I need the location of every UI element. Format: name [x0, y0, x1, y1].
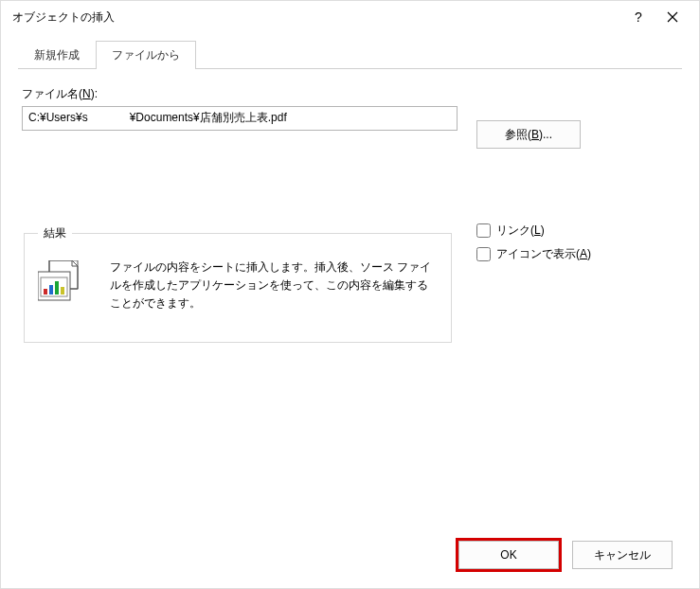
right-column: 参照(B)... リンク(L) アイコンで表示(A)	[476, 86, 678, 270]
result-inner: ファイルの内容をシートに挿入します。挿入後、ソース ファイルを作成したアプリケー…	[38, 259, 438, 313]
dialog-content: 新規作成 ファイルから ファイル名(N): C:¥Users¥s¥Documen…	[1, 33, 699, 535]
svg-rect-4	[49, 285, 53, 294]
filename-label: ファイル名(N):	[22, 86, 458, 102]
ok-button[interactable]: OK	[458, 541, 559, 569]
svg-rect-3	[44, 289, 47, 294]
link-checkbox-row[interactable]: リンク(L)	[476, 223, 678, 239]
result-description: ファイルの内容をシートに挿入します。挿入後、ソース ファイルを作成したアプリケー…	[110, 259, 438, 313]
tab-from-file[interactable]: ファイルから	[96, 41, 196, 69]
tab-create-new[interactable]: 新規作成	[18, 41, 96, 69]
options-group: リンク(L) アイコンで表示(A)	[476, 223, 678, 262]
close-button[interactable]	[655, 4, 690, 30]
result-legend: 結果	[38, 225, 72, 241]
browse-button[interactable]: 参照(B)...	[476, 120, 581, 149]
embedded-object-icon	[38, 260, 89, 302]
display-as-icon-checkbox-row[interactable]: アイコンで表示(A)	[476, 246, 678, 262]
svg-rect-5	[55, 281, 59, 294]
close-icon	[667, 11, 678, 23]
display-as-icon-label: アイコンで表示(A)	[496, 246, 591, 262]
tab-label: ファイルから	[112, 48, 180, 62]
display-as-icon-checkbox[interactable]	[476, 247, 491, 261]
link-label: リンク(L)	[496, 223, 545, 239]
tab-body: ファイル名(N): C:¥Users¥s¥Documents¥店舗別売上表.pd…	[18, 69, 682, 347]
dialog-title: オブジェクトの挿入	[12, 9, 621, 26]
filename-value-pre: C:¥Users¥s	[28, 111, 88, 124]
result-groupbox: 結果 ファイルの内容をシートに挿	[24, 225, 452, 343]
link-checkbox[interactable]	[476, 223, 491, 238]
tab-strip: 新規作成 ファイルから	[18, 41, 682, 69]
dialog-button-row: OK キャンセル	[1, 535, 699, 588]
filename-value-post: ¥Documents¥店舗別売上表.pdf	[130, 111, 287, 124]
filename-input[interactable]: C:¥Users¥s¥Documents¥店舗別売上表.pdf	[22, 106, 458, 131]
help-button[interactable]: ?	[621, 4, 655, 30]
cancel-button[interactable]: キャンセル	[572, 541, 673, 569]
left-column: ファイル名(N): C:¥Users¥s¥Documents¥店舗別売上表.pd…	[22, 86, 458, 343]
titlebar: オブジェクトの挿入 ?	[1, 1, 699, 33]
svg-rect-6	[61, 287, 64, 294]
tab-label: 新規作成	[34, 48, 80, 62]
insert-object-dialog: オブジェクトの挿入 ? 新規作成 ファイルから ファイル名(N): C:¥Use…	[0, 0, 700, 589]
